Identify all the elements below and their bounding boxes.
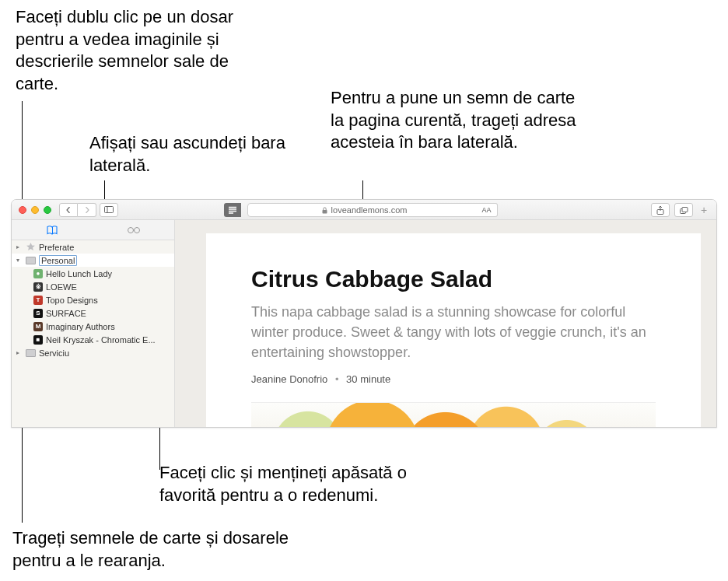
textsize-label: AA bbox=[481, 206, 491, 214]
page-duration: 30 minute bbox=[346, 373, 390, 385]
sidebar-mode-tabs bbox=[12, 220, 175, 240]
svg-rect-0 bbox=[105, 207, 114, 213]
folder-label-editing[interactable]: Personal bbox=[39, 255, 77, 266]
chevron-left-icon bbox=[65, 207, 72, 213]
window-toolbar: loveandlemons.com AA + bbox=[12, 200, 716, 220]
bookmark-item[interactable]: M Imaginary Authors bbox=[12, 320, 174, 333]
bookmark-item[interactable]: ● Hello Lunch Lady bbox=[12, 267, 174, 280]
bookmark-item[interactable]: S SURFACE bbox=[12, 306, 174, 320]
svg-rect-6 bbox=[322, 210, 327, 214]
disclosure-triangle-icon[interactable]: ▸ bbox=[16, 349, 23, 356]
safari-window: loveandlemons.com AA + bbox=[11, 199, 717, 428]
folder-label: Preferate bbox=[39, 243, 74, 252]
svg-point-11 bbox=[128, 227, 133, 233]
hero-image bbox=[251, 402, 656, 428]
reader-icon bbox=[228, 206, 237, 214]
star-folder-icon bbox=[26, 243, 36, 251]
callout-reorder: Trageți semnele de carte și dosarele pen… bbox=[12, 527, 308, 572]
separator-dot-icon: • bbox=[335, 373, 339, 385]
page-byline: Jeanine Donofrio • 30 minute bbox=[251, 373, 656, 385]
folder-icon bbox=[26, 257, 36, 264]
minimize-window-button[interactable] bbox=[31, 206, 39, 214]
reader-page[interactable]: Citrus Cabbage Salad This napa cabbage s… bbox=[206, 233, 701, 427]
callout-double-click: Faceți dublu clic pe un dosar pentru a v… bbox=[16, 6, 241, 95]
url-host-text: loveandlemons.com bbox=[331, 205, 408, 215]
folder-icon bbox=[26, 349, 36, 357]
favicon-icon: ※ bbox=[33, 282, 43, 292]
glasses-icon bbox=[127, 226, 141, 234]
bookmark-label: Topo Designs bbox=[46, 296, 98, 305]
favicon-icon: M bbox=[33, 322, 43, 331]
bookmark-label: Hello Lunch Lady bbox=[46, 269, 112, 278]
tabs-button[interactable] bbox=[674, 203, 693, 217]
bookmark-label: Neil Kryszak - Chromatic E... bbox=[46, 335, 156, 345]
page-author: Jeanine Donofrio bbox=[251, 373, 327, 385]
bookmark-label: LOEWE bbox=[46, 282, 77, 292]
book-icon bbox=[47, 226, 58, 235]
chevron-right-icon bbox=[84, 207, 90, 213]
share-button[interactable] bbox=[651, 203, 670, 217]
close-window-button[interactable] bbox=[19, 206, 26, 214]
folder-serviciu[interactable]: ▸ Serviciu bbox=[12, 346, 174, 359]
new-tab-button[interactable]: + bbox=[698, 204, 710, 216]
callout-bookmark-drag: Pentru a pune un semn de carte la pagina… bbox=[331, 87, 579, 154]
callout-rename: Faceți clic și mențineți apăsată o favor… bbox=[159, 462, 455, 506]
bookmark-item[interactable]: T Topo Designs bbox=[12, 293, 174, 306]
page-description: This napa cabbage salad is a stunning sh… bbox=[251, 302, 656, 362]
svg-point-12 bbox=[134, 227, 139, 233]
share-icon bbox=[656, 206, 664, 215]
folder-label: Serviciu bbox=[39, 348, 69, 358]
favicon-icon: S bbox=[33, 309, 43, 318]
svg-rect-9 bbox=[682, 207, 688, 212]
bookmarks-sidebar: ▸ Preferate ▾ Personal ● Hello Lunch Lad… bbox=[12, 240, 175, 427]
favicon-icon: ● bbox=[33, 269, 43, 278]
fullscreen-window-button[interactable] bbox=[44, 206, 51, 214]
reading-list-tab[interactable] bbox=[93, 220, 175, 240]
sidebar-toggle-button[interactable] bbox=[100, 203, 118, 217]
tabs-icon bbox=[680, 207, 688, 214]
favicon-icon: T bbox=[33, 296, 43, 305]
folder-personal[interactable]: ▾ Personal bbox=[12, 254, 174, 267]
right-tool-group: + bbox=[651, 203, 710, 217]
sidebar-icon bbox=[104, 206, 114, 213]
back-button[interactable] bbox=[59, 203, 78, 217]
content-area: Citrus Cabbage Salad This napa cabbage s… bbox=[175, 220, 716, 427]
bookmarks-tab[interactable] bbox=[12, 220, 93, 240]
lock-icon bbox=[321, 207, 328, 214]
disclosure-triangle-icon[interactable]: ▾ bbox=[16, 257, 23, 264]
traffic-lights bbox=[19, 206, 51, 214]
textsize-button[interactable]: AA bbox=[476, 203, 498, 217]
reader-mode-button[interactable] bbox=[224, 203, 241, 217]
bookmark-label: SURFACE bbox=[46, 309, 86, 318]
disclosure-triangle-icon[interactable]: ▸ bbox=[16, 243, 23, 250]
callout-show-hide: Afișați sau ascundeți bara laterală. bbox=[89, 132, 292, 177]
bookmark-item[interactable]: ※ LOEWE bbox=[12, 280, 174, 293]
address-bar[interactable]: loveandlemons.com bbox=[247, 203, 481, 217]
bookmark-item[interactable]: ■ Neil Kryszak - Chromatic E... bbox=[12, 333, 174, 346]
favicon-icon: ■ bbox=[33, 335, 43, 345]
folder-preferate[interactable]: ▸ Preferate bbox=[12, 240, 174, 254]
page-title: Citrus Cabbage Salad bbox=[251, 266, 656, 292]
forward-button[interactable] bbox=[78, 203, 96, 217]
nav-buttons bbox=[59, 203, 118, 217]
bookmark-label: Imaginary Authors bbox=[46, 322, 115, 331]
